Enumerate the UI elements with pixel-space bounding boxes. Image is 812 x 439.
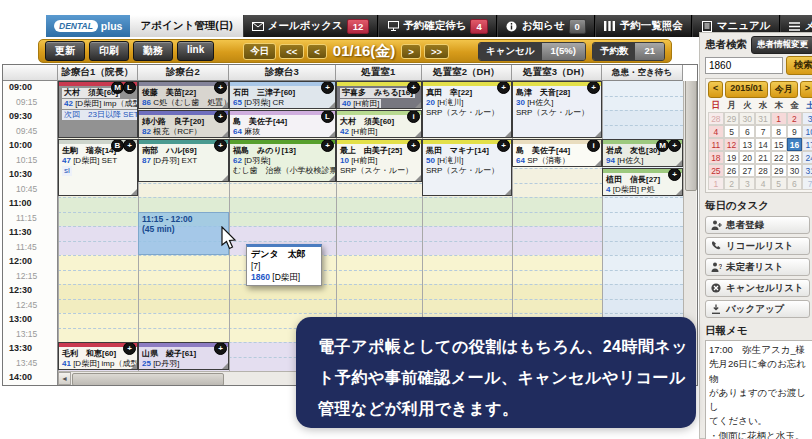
patient-search-input[interactable]	[705, 57, 783, 74]
nav-item-list[interactable]: 予約一覧照会	[595, 15, 692, 37]
scroll-left-icon[interactable]: ◄	[58, 372, 71, 385]
appointment-block[interactable]: 大村 須美[60]42 [H前田]SC（スケーリング）i	[336, 110, 422, 138]
search-button[interactable]: 検索	[786, 56, 812, 75]
calendar-day[interactable]: 1	[771, 112, 787, 125]
toolbar-button-勤務[interactable]: 勤務	[133, 41, 173, 61]
calendar-day[interactable]: 2	[724, 177, 740, 190]
appointment-block[interactable]: 南部 ハル[69]87 [D丹羽] EXT+	[138, 139, 229, 182]
calendar-day[interactable]: 13	[739, 138, 755, 151]
calendar-day[interactable]: 17	[802, 138, 812, 151]
tab-appointment-day[interactable]: アポイント管理(日)	[130, 15, 242, 37]
appointment-badge[interactable]: +	[407, 81, 420, 94]
calendar-day[interactable]: 2	[787, 112, 803, 125]
calendar-day[interactable]: 18	[708, 151, 724, 164]
toolbar-button-印刷[interactable]: 印刷	[89, 41, 129, 61]
calendar-day[interactable]: 6	[787, 177, 803, 190]
calendar-day[interactable]: 30	[739, 112, 755, 125]
appointment-block[interactable]: 宇喜多 みちる[16]40 [H前田]SC（スケーリング）+	[336, 81, 422, 109]
appointment-block[interactable]: 真田 幸[22]20 [H滝川]SRP（スケ・ルー）+	[422, 81, 512, 138]
appointment-badge[interactable]: +	[321, 81, 334, 94]
calendar-day[interactable]: 3	[739, 177, 755, 190]
task-button-person-add[interactable]: 患者登録	[705, 216, 810, 234]
appointment-block[interactable]: 岩成 友也[30]94 [H佐久]SC（スケーリング）M+	[602, 139, 683, 167]
toolbar-button-link[interactable]: link	[177, 41, 214, 61]
calendar-next-button[interactable]: >	[800, 81, 812, 98]
calendar-day[interactable]: 22	[771, 151, 787, 164]
task-button-person-question[interactable]: ?未定者リスト	[705, 258, 810, 276]
appointment-badge[interactable]: L	[123, 81, 136, 94]
calendar-day[interactable]: 11	[708, 138, 724, 151]
nav-item-mail[interactable]: メールボックス12	[243, 15, 379, 37]
calendar-day[interactable]: 29	[771, 164, 787, 177]
calendar-this-month-button[interactable]: 今月	[770, 81, 798, 98]
prev-week-button[interactable]: <<	[279, 44, 304, 59]
appointment-block[interactable]: 毛利 和恵[60]41 [D柴田] imp（成型）+	[58, 342, 138, 370]
appointment-badge[interactable]: +	[497, 139, 510, 152]
appointment-block[interactable]: 島 美佐子[44]64 麻抜L	[229, 110, 336, 138]
calendar-day[interactable]: 3	[802, 112, 812, 125]
appointment-block[interactable]: 植田 信長[27]4 [D柴田] P処+	[602, 168, 683, 196]
calendar-day[interactable]: 6	[739, 125, 755, 138]
calendar-day[interactable]: 29	[724, 112, 740, 125]
calendar-prev-button[interactable]: <	[708, 81, 723, 98]
appointment-block[interactable]: 生駒 瑞奈[14]47 [D柴田] SETslB+	[58, 139, 138, 196]
calendar-day[interactable]: 14	[755, 138, 771, 151]
appointment-badge[interactable]: +	[407, 139, 420, 152]
task-button-cancel[interactable]: キャンセルリスト	[705, 279, 810, 297]
calendar-day[interactable]: 9	[787, 125, 803, 138]
appointment-block[interactable]: 黒田 マキナ[14]50 [H滝川]SRP（スケ・ルー）+	[422, 139, 512, 196]
next-week-button[interactable]: >>	[424, 44, 449, 59]
today-button[interactable]: 今日	[243, 43, 276, 60]
calendar-day[interactable]: 12	[724, 138, 740, 151]
vertical-scroll-thumb[interactable]	[685, 81, 697, 191]
calendar-day[interactable]: 5	[771, 177, 787, 190]
calendar-day[interactable]: 5	[724, 125, 740, 138]
horizontal-scroll-thumb[interactable]	[72, 373, 224, 385]
calendar-day[interactable]: 24	[802, 151, 812, 164]
calendar-day[interactable]: 19	[724, 151, 740, 164]
nav-item-info[interactable]: お知らせ0	[497, 15, 595, 37]
calendar-day[interactable]: 31	[802, 164, 812, 177]
calendar-day[interactable]: 26	[724, 164, 740, 177]
prev-day-button[interactable]: <	[307, 44, 327, 59]
calendar-day[interactable]: 7	[755, 125, 771, 138]
appointment-badge[interactable]: i	[407, 110, 420, 123]
task-button-phone[interactable]: リコールリスト	[705, 237, 810, 255]
appointment-badge[interactable]: L	[321, 110, 334, 123]
time-selection[interactable]: 11:15 - 12:00 (45 min)	[138, 212, 229, 256]
appointment-badge[interactable]: i	[587, 139, 600, 152]
calendar-day[interactable]: 8	[771, 125, 787, 138]
calendar-day[interactable]: 10	[802, 125, 812, 138]
appointment-badge[interactable]: +	[587, 81, 600, 94]
calendar-month-label[interactable]: 2015/01	[725, 81, 768, 98]
appointment-badge[interactable]: +	[214, 139, 227, 152]
calendar-day[interactable]: 1	[708, 177, 724, 190]
next-day-button[interactable]: >	[401, 44, 421, 59]
calendar-day[interactable]: 15	[771, 138, 787, 151]
appointment-block[interactable]: 山県 綾子[61]25 [D丹羽]C処（むし歯 処置）+	[138, 342, 229, 370]
daily-memo-text[interactable]: 17:00 弥生アスカ_様 先月26日に傘のお忘れ物 がありますのでお渡しし て…	[705, 340, 812, 439]
appointment-badge[interactable]: +	[214, 110, 227, 123]
appointment-block[interactable]: 姉小路 良子[20]82 根充（RCF）+	[138, 110, 229, 138]
task-button-backup[interactable]: バックアップ	[705, 300, 810, 318]
calendar-day[interactable]: 28	[708, 112, 724, 125]
nav-item-monitor[interactable]: 予約確定待ち4	[378, 15, 497, 37]
appointment-block[interactable]: 島 美佐子[44]64 SP（消毒）i	[512, 139, 602, 167]
calendar-day[interactable]: 4	[708, 125, 724, 138]
calendar-day[interactable]: 28	[755, 164, 771, 177]
calendar-day[interactable]: 21	[755, 151, 771, 164]
calendar-day[interactable]: 30	[787, 164, 803, 177]
calendar-day[interactable]: 23	[787, 151, 803, 164]
calendar-day[interactable]: 31	[755, 112, 771, 125]
appointment-block[interactable]: 福島 みのり[13]62 [D羽柴]むし歯 治療（小学校検診票）+	[229, 139, 336, 182]
toolbar-button-更新[interactable]: 更新	[45, 41, 85, 61]
calendar-day[interactable]: 20	[739, 151, 755, 164]
calendar-day[interactable]: 27	[739, 164, 755, 177]
patient-info-change-button[interactable]: 患者情報変更	[751, 36, 812, 54]
appointment-block[interactable]: 最上 由美子[25]10 [H前田]SRP（スケ・ルー）+	[336, 139, 422, 182]
calendar-day[interactable]: 25	[708, 164, 724, 177]
appointment-badge[interactable]: +	[668, 168, 681, 181]
appointment-badge[interactable]: +	[668, 139, 681, 152]
appointment-badge[interactable]: +	[123, 139, 136, 152]
appointment-badge[interactable]: +	[214, 81, 227, 94]
